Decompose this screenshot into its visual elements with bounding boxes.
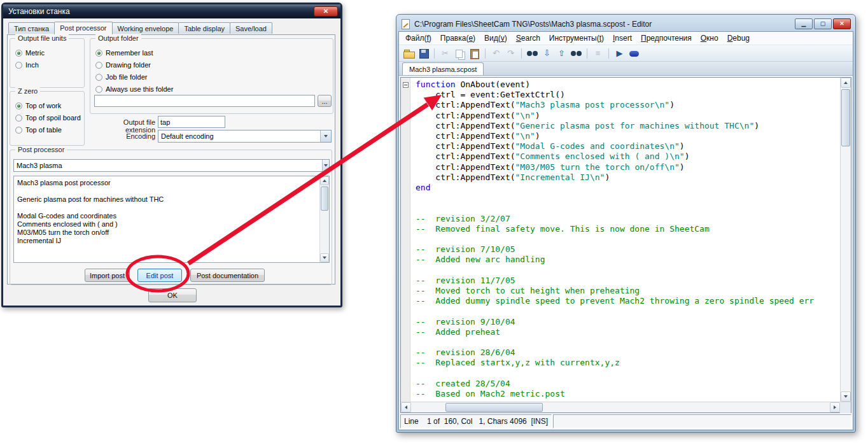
radio-label: Metric — [25, 49, 45, 57]
editor-statusbar: Line 1 of 160, Col 1, Chars 4096 [INS] — [400, 414, 851, 428]
horizontal-scrollbar-thumb[interactable] — [445, 403, 543, 412]
radio-remember-last[interactable]: Remember last — [95, 48, 333, 57]
chevron-down-icon[interactable] — [320, 130, 331, 142]
tab-тип-станка[interactable]: Тип станка — [8, 22, 55, 34]
radio-drawing-folder[interactable]: Drawing folder — [95, 60, 333, 69]
dialog-close-button[interactable]: ✕ — [314, 6, 338, 17]
scroll-up-button[interactable] — [841, 78, 851, 88]
description-scrollbar[interactable] — [319, 176, 329, 262]
editor-titlebar[interactable]: C:\Program Files\SheetCam TNG\Posts\Mach… — [398, 17, 853, 31]
code-line: -- Removed final safety move. This is no… — [416, 224, 840, 234]
scroll-right-button[interactable] — [830, 402, 840, 412]
code-line: -- Replaced startx,y,z with currentx,y,z — [416, 358, 840, 368]
settings-tabstrip: Тип станкаPost processorWorking envelope… — [8, 22, 272, 34]
menu-правка-e[interactable]: Правка(e) — [436, 32, 480, 44]
code-line: -- Based on Mach2 metric.post — [416, 389, 840, 399]
import-post-button[interactable]: Import post — [85, 269, 130, 282]
output-file-extension-input[interactable] — [158, 116, 225, 128]
radio-dot-icon — [95, 86, 102, 93]
fold-margin[interactable] — [401, 78, 410, 402]
copy-icon[interactable] — [453, 47, 466, 60]
output-file-units-radios: MetricInch — [10, 45, 84, 69]
vertical-scrollbar-thumb[interactable] — [841, 89, 850, 146]
menu-окно[interactable]: Окно — [696, 32, 723, 44]
post-processor-combobox[interactable]: Mach3 plasma — [13, 159, 330, 172]
find-icon[interactable] — [526, 47, 539, 60]
options-icon[interactable]: ≡ — [591, 47, 605, 60]
right-arrow-icon — [834, 405, 836, 409]
menu-вид-v[interactable]: Вид(v) — [480, 32, 512, 44]
radio-dot-icon — [15, 62, 22, 69]
code-line: end — [416, 183, 840, 193]
vertical-scrollbar[interactable] — [840, 78, 851, 402]
find-previous-icon[interactable]: ⇧ — [555, 47, 568, 60]
horizontal-scrollbar[interactable] — [401, 402, 851, 412]
radio-top-of-table[interactable]: Top of table — [15, 125, 84, 134]
scroll-down-button[interactable] — [320, 253, 329, 262]
menu-предпочтения[interactable]: Предпочтения — [636, 32, 696, 44]
toolbar-separator — [608, 48, 609, 59]
fold-collapse-icon[interactable] — [403, 82, 409, 88]
output-folder-legend: Output folder — [95, 34, 141, 42]
code-line: -- revision 28/6/04 — [416, 348, 840, 358]
scroll-left-button[interactable] — [401, 402, 411, 412]
post-documentation-button[interactable]: Post documentation — [190, 269, 265, 282]
radio-label: Remember last — [106, 49, 153, 57]
radio-label: Drawing folder — [106, 61, 151, 69]
minimize-button[interactable]: ▁ — [795, 18, 813, 29]
folder-path-input[interactable] — [94, 95, 315, 107]
up-arrow-icon — [844, 81, 848, 84]
editor-file-tab[interactable]: Mach3 plasma.scpost — [402, 62, 484, 75]
editor-window: C:\Program Files\SheetCam TNG\Posts\Mach… — [396, 14, 856, 433]
menu-search[interactable]: Search — [512, 32, 545, 44]
scroll-up-button[interactable] — [320, 176, 329, 185]
radio-job-file-folder[interactable]: Job file folder — [95, 73, 333, 81]
scrollbar-thumb[interactable] — [321, 186, 328, 211]
save-icon[interactable] — [417, 47, 430, 60]
browse-button[interactable]: ... — [318, 95, 332, 107]
radio-always-use-this-folder[interactable]: Always use this folder — [95, 85, 333, 94]
find-in-files-icon[interactable] — [570, 47, 583, 60]
edit-post-button[interactable]: Edit post — [137, 269, 182, 282]
breakpoint-icon[interactable] — [627, 47, 641, 60]
radio-top-of-spoil-board[interactable]: Top of spoil board — [15, 113, 84, 122]
encoding-combobox[interactable]: Default encoding — [158, 130, 332, 143]
code-content[interactable]: function OnAbout(event) ctrl = event:Get… — [411, 78, 840, 402]
cut-icon[interactable]: ✂ — [438, 47, 452, 60]
code-line: -- revision 9/10/04 — [416, 317, 840, 327]
chevron-down-icon[interactable] — [322, 160, 329, 171]
radio-inch[interactable]: Inch — [15, 60, 84, 69]
post-processor-value: Mach3 plasma — [14, 162, 322, 169]
tab-working-envelope[interactable]: Working envelope — [112, 22, 179, 34]
open-icon[interactable] — [402, 47, 416, 60]
dialog-body: Тип станкаPost processorWorking envelope… — [3, 18, 340, 306]
menu-insert[interactable]: Insert — [608, 32, 636, 44]
scroll-down-button[interactable] — [841, 391, 851, 402]
left-arrow-icon — [405, 405, 407, 409]
radio-top-of-work[interactable]: Top of work — [15, 101, 84, 110]
find-next-icon[interactable]: ⇩ — [540, 47, 554, 60]
code-line: ctrl:AppendText("Mach3 plasma post proce… — [416, 100, 840, 110]
tab-post-processor[interactable]: Post processor — [54, 22, 112, 34]
output-file-units-legend: Output file units — [15, 34, 69, 42]
menu-файл-f[interactable]: Файл(f) — [401, 32, 436, 44]
dialog-titlebar[interactable]: Установки станка ✕ — [3, 4, 340, 18]
tab-table-display[interactable]: Table display — [178, 22, 230, 34]
paste-icon[interactable] — [468, 47, 481, 60]
desktop: Установки станка ✕ Тип станкаPost proces… — [0, 0, 868, 443]
code-line: -- Added dummy spindle speed to prevent … — [416, 296, 840, 306]
run-icon[interactable]: ▶ — [613, 47, 626, 60]
ok-button[interactable]: OK — [148, 288, 197, 302]
radio-metric[interactable]: Metric — [15, 48, 84, 57]
z-zero-group: Z zero Top of workTop of spoil boardTop … — [10, 91, 85, 146]
tab-save-load[interactable]: Save/load — [230, 22, 272, 34]
maximize-button[interactable]: ▢ — [814, 18, 832, 29]
menu-инструменты-t[interactable]: Инструменты(t) — [545, 32, 608, 44]
redo-icon[interactable]: ↷ — [504, 47, 517, 60]
undo-icon[interactable]: ↶ — [489, 47, 503, 60]
code-editor[interactable]: function OnAbout(event) ctrl = event:Get… — [401, 78, 851, 402]
close-button[interactable]: ✕ — [833, 18, 851, 29]
menu-debug[interactable]: Debug — [723, 32, 754, 44]
code-line — [416, 265, 840, 276]
editor-client: Файл(f)Правка(e)Вид(v)SearchИнструменты(… — [398, 31, 853, 430]
